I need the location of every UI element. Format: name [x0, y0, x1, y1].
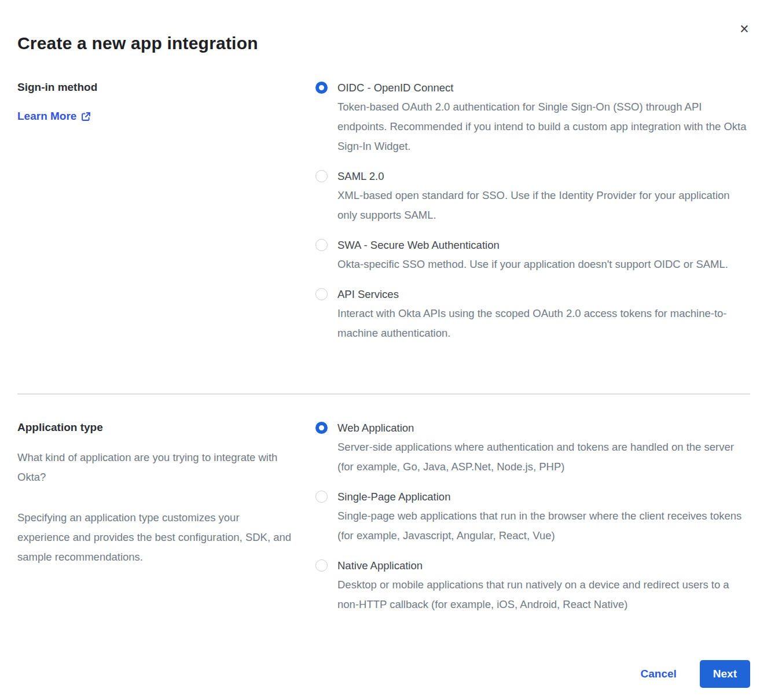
close-icon[interactable]: × [736, 21, 752, 37]
option-native-application-label: Native Application [337, 558, 750, 574]
option-api-services-description: Interact with Okta APIs using the scoped… [337, 304, 750, 343]
option-swa[interactable]: SWA - Secure Web Authentication Okta-spe… [315, 237, 750, 274]
application-type-label: Application type [17, 420, 292, 435]
option-single-page-application[interactable]: Single-Page Application Single-page web … [315, 489, 750, 546]
option-swa-body: SWA - Secure Web Authentication Okta-spe… [337, 237, 728, 274]
application-type-options: Web Application Server-side applications… [315, 420, 750, 627]
option-single-page-application-description: Single-page web applications that run in… [337, 506, 750, 546]
option-native-application-description: Desktop or mobile applications that run … [337, 575, 750, 614]
external-link-icon [81, 112, 91, 121]
radio-web-application[interactable] [315, 422, 328, 434]
option-saml-body: SAML 2.0 XML-based open standard for SSO… [337, 168, 750, 225]
radio-native-application[interactable] [315, 559, 328, 572]
option-oidc[interactable]: OIDC - OpenID Connect Token-based OAuth … [315, 80, 750, 156]
signin-method-label: Sign-in method [17, 80, 292, 95]
option-saml[interactable]: SAML 2.0 XML-based open standard for SSO… [315, 168, 750, 225]
option-api-services-label: API Services [337, 286, 750, 303]
option-saml-label: SAML 2.0 [337, 168, 750, 185]
cancel-button[interactable]: Cancel [641, 668, 677, 680]
option-web-application-description: Server-side applications where authentic… [337, 437, 750, 477]
signin-method-section: Sign-in method Learn More OIDC - OpenID … [17, 80, 750, 355]
application-type-left-column: Application type What kind of applicatio… [17, 420, 315, 627]
dialog-footer: Cancel Next [17, 660, 750, 688]
radio-saml[interactable] [315, 170, 328, 182]
create-app-integration-dialog: × Create a new app integration Sign-in m… [0, 0, 771, 700]
option-swa-description: Okta-specific SSO method. Use if your ap… [337, 255, 728, 274]
option-single-page-application-label: Single-Page Application [337, 489, 750, 505]
radio-oidc[interactable] [315, 82, 328, 94]
option-web-application[interactable]: Web Application Server-side applications… [315, 420, 750, 477]
option-oidc-description: Token-based OAuth 2.0 authentication for… [337, 97, 750, 156]
radio-api-services[interactable] [315, 288, 328, 300]
application-type-section: Application type What kind of applicatio… [17, 420, 750, 627]
signin-method-options: OIDC - OpenID Connect Token-based OAuth … [315, 80, 750, 355]
application-type-question: What kind of application are you trying … [17, 448, 292, 487]
option-swa-label: SWA - Secure Web Authentication [337, 237, 728, 253]
radio-swa[interactable] [315, 239, 328, 251]
option-web-application-label: Web Application [337, 420, 750, 436]
page-title: Create a new app integration [17, 34, 750, 53]
option-api-services[interactable]: API Services Interact with Okta APIs usi… [315, 286, 750, 343]
option-oidc-label: OIDC - OpenID Connect [337, 80, 750, 96]
option-saml-description: XML-based open standard for SSO. Use if … [337, 186, 750, 225]
option-api-services-body: API Services Interact with Okta APIs usi… [337, 286, 750, 343]
learn-more-link[interactable]: Learn More [17, 110, 91, 123]
option-oidc-body: OIDC - OpenID Connect Token-based OAuth … [337, 80, 750, 156]
section-divider [17, 393, 750, 395]
option-native-application-body: Native Application Desktop or mobile app… [337, 558, 750, 614]
option-web-application-body: Web Application Server-side applications… [337, 420, 750, 477]
learn-more-label: Learn More [17, 110, 76, 123]
option-single-page-application-body: Single-Page Application Single-page web … [337, 489, 750, 546]
application-type-explanation: Specifying an application type customize… [17, 508, 292, 567]
next-button[interactable]: Next [700, 660, 750, 688]
option-native-application[interactable]: Native Application Desktop or mobile app… [315, 558, 750, 614]
radio-single-page-application[interactable] [315, 491, 328, 503]
signin-method-left-column: Sign-in method Learn More [17, 80, 315, 355]
